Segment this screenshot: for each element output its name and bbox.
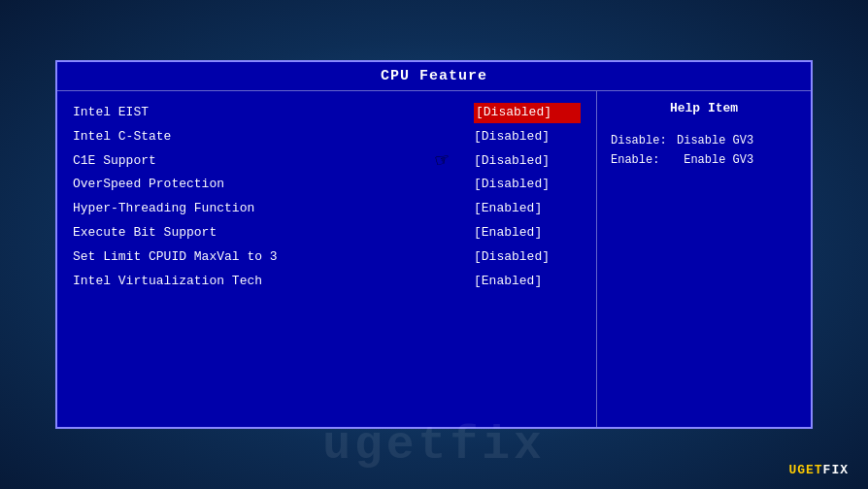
menu-item-name: Intel C-State <box>73 127 306 147</box>
menu-item-name: Intel Virtualization Tech <box>73 272 306 292</box>
help-line-2: Enable: Enable GV3 <box>611 150 797 170</box>
menu-item-value[interactable]: [Enabled] <box>474 199 581 219</box>
menu-item-value[interactable]: [Enabled] <box>474 223 581 244</box>
menu-item-value[interactable]: [Disabled] <box>474 247 581 268</box>
bios-help-panel: Help Item Disable:Disable GV3Enable: Ena… <box>597 91 811 427</box>
help-line-1: Disable:Disable GV3 <box>611 131 797 150</box>
logo-ug: UG <box>788 463 806 477</box>
menu-row[interactable]: Hyper-Threading Function[Enabled] <box>73 197 581 221</box>
help-label: Disable: <box>611 131 677 150</box>
menu-row[interactable]: Intel Virtualization Tech[Enabled] <box>73 270 581 294</box>
menu-item-name: OverSpeed Protection <box>73 175 306 195</box>
menu-item-name: Hyper-Threading Function <box>73 199 306 219</box>
menu-row[interactable]: C1E Support[Disabled] <box>73 149 581 174</box>
menu-item-value[interactable]: [Enabled] <box>474 272 581 292</box>
help-label: Enable: <box>611 150 677 170</box>
menu-row[interactable]: Execute Bit Support[Enabled] <box>73 221 581 245</box>
bios-content: Intel EIST[Disabled]Intel C-State[Disabl… <box>57 91 811 427</box>
help-content: Disable:Disable GV3Enable: Enable GV3 <box>611 131 797 171</box>
menu-item-name: C1E Support <box>73 151 306 172</box>
menu-item-name: Intel EIST <box>73 103 306 123</box>
menu-row[interactable]: Intel EIST[Disabled] <box>73 101 581 125</box>
menu-row[interactable]: OverSpeed Protection[Disabled] <box>73 173 581 197</box>
bios-title: CPU Feature <box>57 62 811 91</box>
logo-et: ET <box>806 463 823 477</box>
menu-item-name: Execute Bit Support <box>73 223 306 244</box>
logo: UGETFIX <box>788 463 849 477</box>
menu-item-name: Set Limit CPUID MaxVal to 3 <box>73 247 306 268</box>
bios-window: CPU Feature Intel EIST[Disabled]Intel C-… <box>55 60 813 429</box>
bios-menu-panel: Intel EIST[Disabled]Intel C-State[Disabl… <box>57 91 597 427</box>
help-desc: Disable GV3 <box>677 134 753 147</box>
help-title: Help Item <box>611 101 797 115</box>
menu-item-value[interactable]: [Disabled] <box>474 127 581 147</box>
menu-row[interactable]: Intel C-State[Disabled] <box>73 125 581 149</box>
logo-fix: FIX <box>823 463 849 477</box>
menu-item-value[interactable]: [Disabled] <box>474 151 581 172</box>
menu-row[interactable]: Set Limit CPUID MaxVal to 3[Disabled] <box>73 245 581 270</box>
help-desc: Enable GV3 <box>677 153 753 167</box>
menu-item-value[interactable]: [Disabled] <box>474 103 581 123</box>
menu-item-value[interactable]: [Disabled] <box>474 175 581 195</box>
